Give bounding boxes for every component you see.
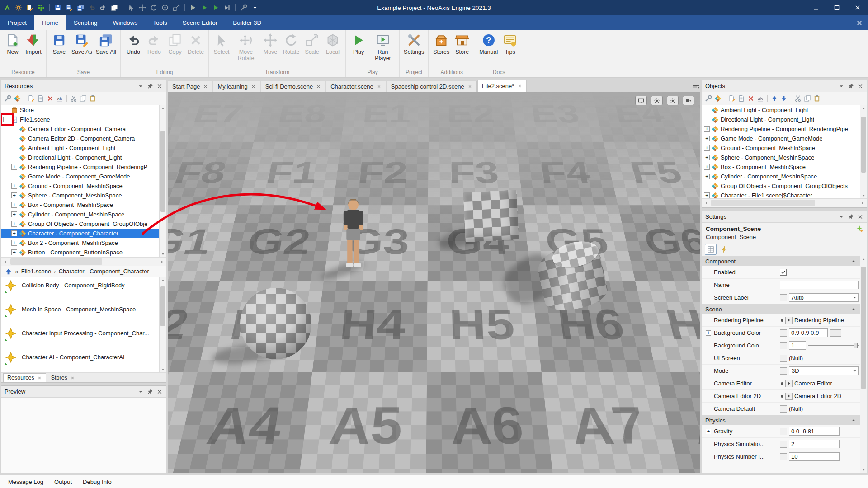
scroll-up-icon[interactable] xyxy=(160,105,166,112)
scrollbar-thumb[interactable] xyxy=(160,131,165,212)
expander-icon[interactable]: + xyxy=(11,202,17,208)
scroll-down-icon[interactable] xyxy=(160,366,166,372)
close-icon[interactable] xyxy=(467,84,472,89)
object-item-rendering-pipeline-component-renderingpipe[interactable]: +Rendering Pipeline - Component_Renderin… xyxy=(702,124,867,134)
scrollbar-thumb[interactable] xyxy=(160,286,165,326)
delete-button[interactable]: Delete xyxy=(185,32,206,55)
close-icon[interactable] xyxy=(37,375,42,380)
save-all-button[interactable]: Save All xyxy=(94,32,118,55)
scroll-down-icon[interactable] xyxy=(860,466,867,473)
input-name[interactable] xyxy=(780,281,859,289)
expander-icon[interactable]: - xyxy=(3,117,9,122)
play-icon[interactable] xyxy=(211,3,220,12)
tree-item-rendering-pipeline-component-renderingp[interactable]: +Rendering Pipeline - Component_Renderin… xyxy=(1,162,166,172)
save-icon[interactable] xyxy=(53,3,62,12)
shading-button[interactable] xyxy=(651,96,663,105)
delete-red-icon[interactable] xyxy=(747,95,755,102)
close-button[interactable] xyxy=(847,0,868,15)
page-edit-icon[interactable] xyxy=(28,95,35,102)
tab-stores[interactable]: Stores xyxy=(47,373,79,382)
paste-icon[interactable] xyxy=(89,95,96,102)
status-tab-message-log[interactable]: Message Log xyxy=(4,477,48,487)
input-gravity[interactable]: 0 0 -9.81 xyxy=(789,427,840,436)
display-mode-button[interactable] xyxy=(635,96,647,105)
expander-icon[interactable]: + xyxy=(11,249,17,255)
close-icon[interactable] xyxy=(156,389,163,395)
menu-tab-windows[interactable]: Windows xyxy=(105,15,146,30)
expander-icon[interactable]: + xyxy=(704,155,710,160)
expander-icon[interactable]: + xyxy=(11,221,17,227)
property-options-button[interactable] xyxy=(780,294,787,301)
menu-tab-tools[interactable]: Tools xyxy=(145,15,175,30)
document-tab-file2-scene[interactable]: File2.scene* xyxy=(477,80,527,92)
redo-icon[interactable] xyxy=(99,3,108,12)
manual-button[interactable]: ?Manual xyxy=(477,32,500,55)
undo-button[interactable]: Undo xyxy=(123,32,144,55)
scrollbar-thumb[interactable] xyxy=(861,117,866,173)
object-item-directional-light-component-light[interactable]: Directional Light - Component_Light xyxy=(702,115,867,124)
tree-item-game-mode-component-gamemode[interactable]: Game Mode - Component_GameMode xyxy=(1,172,166,181)
document-tab-character-scene[interactable]: Character.scene xyxy=(326,81,386,92)
camera-button[interactable] xyxy=(683,96,694,105)
dropdown-mode[interactable]: 3D xyxy=(789,366,859,375)
cut-icon[interactable] xyxy=(70,95,77,102)
arrow-down-icon[interactable] xyxy=(780,95,788,102)
scrollbar-track[interactable] xyxy=(160,112,166,251)
close-icon[interactable] xyxy=(156,83,163,89)
import-button[interactable]: Import xyxy=(23,32,44,55)
list-item-character-ai-component-characterai[interactable]: Character AI - Component_CharacterAI xyxy=(1,349,166,372)
document-tab-start-page[interactable]: Start Page xyxy=(168,81,212,92)
page-icon[interactable] xyxy=(37,95,44,102)
expander-icon[interactable]: + xyxy=(11,240,17,246)
cursor-icon[interactable] xyxy=(127,3,136,12)
menu-tab-project[interactable]: Project xyxy=(0,15,34,30)
property-options-button[interactable] xyxy=(780,342,787,349)
save-button[interactable]: Save xyxy=(49,32,70,55)
close-icon[interactable] xyxy=(377,84,382,89)
document-tab-my-learning[interactable]: My.learning xyxy=(213,81,260,92)
tab-list-icon[interactable] xyxy=(692,82,700,90)
scroll-down-icon[interactable] xyxy=(860,192,867,198)
object-item-group-of-objects-component-groupofobjects[interactable]: Group Of Objects - Component_GroupOfObje… xyxy=(702,181,867,191)
checkbox-enabled[interactable] xyxy=(780,269,787,276)
breadcrumb-item-scene[interactable]: File1.scene xyxy=(21,268,51,275)
tree-item-directional-light-component-light[interactable]: Directional Light - Component_Light xyxy=(1,153,166,162)
rename-icon[interactable]: ab xyxy=(757,95,764,102)
input-physics-number-i[interactable]: 10 xyxy=(789,452,840,461)
list-item-collision-body-component-rigidbody[interactable]: Collision Body - Component_RigidBody xyxy=(1,277,166,301)
object-item-sphere-component-meshinspace[interactable]: +Sphere - Component_MeshInSpace xyxy=(702,153,867,162)
close-icon[interactable] xyxy=(316,84,321,89)
section-header-physics[interactable]: Physics xyxy=(702,415,867,425)
close-icon[interactable] xyxy=(857,83,863,89)
play-icon[interactable] xyxy=(200,3,209,12)
property-options-button[interactable] xyxy=(780,355,787,362)
property-options-button[interactable] xyxy=(780,367,787,375)
scrollbar-track[interactable] xyxy=(9,258,158,266)
menu-tab-scripting[interactable]: Scripting xyxy=(66,15,105,30)
settings-scrollbar[interactable] xyxy=(860,256,867,473)
settings-button[interactable]: Settings xyxy=(402,32,426,55)
panel-menu-icon[interactable] xyxy=(838,83,844,89)
box-object[interactable] xyxy=(463,190,519,242)
color-swatch[interactable] xyxy=(830,329,841,337)
viewport-3d[interactable]: A7A8A1A2A3A4A5A6A7A8A1A2A3A4H6H7H8H1H2H3… xyxy=(168,92,700,473)
tree-item-button-component-buttoninspace[interactable]: +Button - Component_ButtonInSpace xyxy=(1,248,166,257)
chevron-down-icon[interactable] xyxy=(250,3,259,12)
delete-red-icon[interactable] xyxy=(47,95,54,102)
object-item-game-mode-component-gamemode[interactable]: +Game Mode - Component_GameMode xyxy=(702,134,867,143)
property-options-button[interactable] xyxy=(780,453,787,460)
scale-icon[interactable] xyxy=(172,3,181,12)
tree-item-cylinder-component-meshinspace[interactable]: +Cylinder - Component_MeshInSpace xyxy=(1,210,166,219)
close-icon[interactable] xyxy=(517,84,522,89)
save-as-button[interactable]: Save As xyxy=(70,32,94,55)
status-tab-debug-info[interactable]: Debug Info xyxy=(78,477,116,487)
resources-tree-scrollbar[interactable] xyxy=(159,105,166,257)
new-button[interactable]: New xyxy=(2,32,23,55)
components-list-scrollbar[interactable] xyxy=(159,277,166,372)
navigate-up-icon[interactable] xyxy=(5,268,12,275)
resources-horizontal-scrollbar[interactable] xyxy=(1,257,166,266)
list-item-mesh-in-space-component-meshinspace[interactable]: Mesh In Space - Component_MeshInSpace xyxy=(1,301,166,325)
expander-icon[interactable]: + xyxy=(704,145,710,151)
scrollbar-track[interactable] xyxy=(860,112,867,192)
properties-tab[interactable] xyxy=(705,244,717,255)
